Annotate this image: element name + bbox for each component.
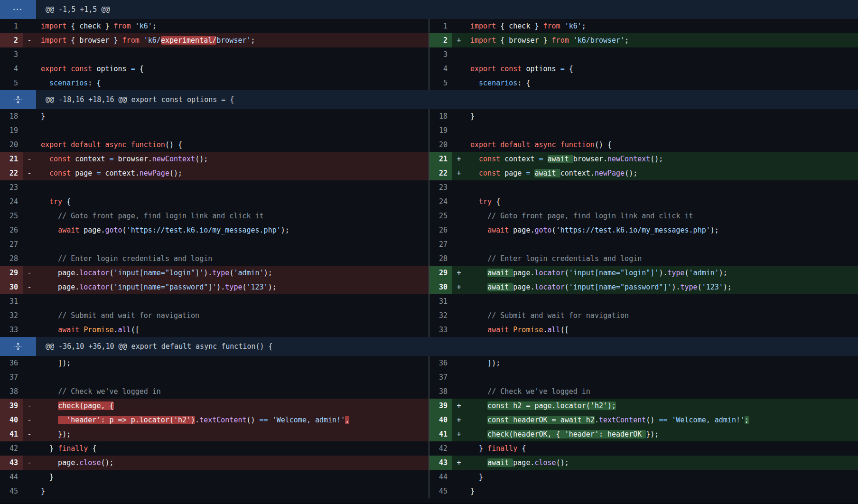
line-number-left: 22 (0, 166, 23, 180)
diff-row: 18}18} (0, 109, 858, 123)
code-line-right: const page = await context.newPage(); (466, 166, 858, 180)
code-token: from (552, 36, 573, 45)
line-number-right: 44 (429, 470, 452, 484)
code-token: // Check we've logged in (487, 387, 590, 396)
code-token: export const (470, 65, 526, 73)
code-line-right: await Promise.all([ (466, 323, 858, 337)
code-token: . (114, 326, 118, 334)
code-token: await (58, 326, 84, 334)
diff-marker-right (452, 356, 466, 370)
code-token (470, 430, 487, 439)
code-line-left: export const options = { (36, 62, 429, 76)
diff-marker-right: + (452, 266, 466, 280)
code-token: } (41, 112, 45, 121)
code-token: locator (534, 269, 564, 277)
code-token: import (41, 36, 71, 45)
code-token: browser' (216, 36, 251, 45)
code-token: ]); (470, 359, 500, 367)
line-number-right: 36 (429, 356, 452, 370)
split-diff-view: ···@@ -1,5 +1,5 @@1import { check } from… (0, 0, 858, 504)
diff-row: 40- 'header': p => p.locator('h2').textC… (0, 413, 858, 427)
line-number-right: 37 (429, 370, 452, 384)
code-token: page. (513, 226, 534, 234)
diff-marker-left (23, 470, 36, 484)
code-token: }); (646, 430, 659, 439)
code-token: { (496, 197, 500, 206)
diff-marker-right: + (452, 166, 466, 180)
code-token: (); (195, 155, 208, 163)
code-line-right: await page.locator('input[name="password… (466, 280, 858, 294)
code-token: type (225, 283, 242, 291)
code-token (41, 169, 49, 177)
diff-marker-left (23, 47, 36, 62)
code-token: textContent (599, 416, 646, 424)
code-token: } (41, 444, 58, 453)
code-token: options (96, 65, 131, 73)
line-number-left: 4 (0, 62, 23, 76)
diff-marker-right (452, 294, 466, 308)
line-number-left: 40 (0, 413, 23, 427)
diff-marker-right (452, 109, 466, 123)
diff-row: 2323 (0, 180, 858, 195)
code-token: // Submit and wait for navigation (58, 311, 199, 320)
expand-hunk-button[interactable] (0, 90, 36, 109)
code-token: ). (204, 269, 212, 277)
line-number-left: 3 (0, 47, 23, 62)
diff-row: 2-import { browser } from 'k6/experiment… (0, 33, 858, 47)
code-token: ); (281, 226, 289, 234)
line-number-right: 5 (429, 76, 452, 90)
line-number-right: 45 (429, 484, 452, 498)
code-token: 'input[name="password"]' (114, 283, 217, 291)
word-diff-added: ; (745, 416, 749, 424)
code-token: == (260, 416, 272, 424)
diff-marker-right (452, 441, 466, 456)
code-token (470, 254, 487, 263)
line-number-right: 26 (429, 223, 452, 237)
code-line-right (466, 123, 858, 138)
code-token: from (543, 22, 565, 30)
code-token: from (114, 22, 135, 30)
diff-marker-right: + (452, 456, 466, 470)
code-line-left (36, 237, 429, 252)
diff-marker-left: - (23, 399, 36, 413)
code-token: ; (582, 22, 586, 30)
code-token: 'input[name="login"]' (114, 269, 204, 277)
expand-all-button[interactable]: ··· (0, 0, 36, 19)
code-token: browser. (573, 155, 607, 163)
code-token: 'input[name="password"]' (569, 283, 672, 291)
code-token (41, 226, 58, 234)
line-number-left: 27 (0, 237, 23, 252)
code-token: type (667, 269, 684, 277)
code-line-right: const headerOK = await h2.textContent() … (466, 413, 858, 427)
code-token: 'Welcome, admin!' (272, 416, 345, 424)
diff-marker-left (23, 370, 36, 384)
code-token: 'input[name="login"]' (569, 269, 659, 277)
code-token: } (470, 444, 487, 453)
code-token: scenarios (479, 79, 517, 87)
code-line-right: } (466, 109, 858, 123)
code-line-right: ]); (466, 356, 858, 370)
diff-marker-right (452, 223, 466, 237)
code-line-right: } finally { (466, 441, 858, 456)
diff-marker-right (452, 47, 466, 62)
code-token: { browser } (71, 36, 122, 45)
diff-marker-left (23, 223, 36, 237)
code-token: locator (534, 283, 564, 291)
code-token: (); (556, 458, 569, 467)
line-number-right: 18 (429, 109, 452, 123)
code-token: ; (625, 36, 629, 45)
diff-marker-left: - (23, 166, 36, 180)
diff-marker-right (452, 76, 466, 90)
code-token: browser. (118, 155, 152, 163)
code-token: == (659, 416, 671, 424)
expand-hunk-button[interactable] (0, 337, 36, 356)
code-token: type (681, 283, 698, 291)
hunk-header-row: @@ -18,16 +18,16 @@ export const options… (0, 90, 858, 109)
code-token (470, 326, 487, 334)
code-token: (); (650, 155, 663, 163)
diff-row: 20export default async function() {20exp… (0, 138, 858, 152)
code-line-right (466, 180, 858, 195)
code-token: 'admin' (233, 269, 263, 277)
code-token: 'k6' (565, 22, 582, 30)
code-token: textContent (199, 416, 246, 424)
